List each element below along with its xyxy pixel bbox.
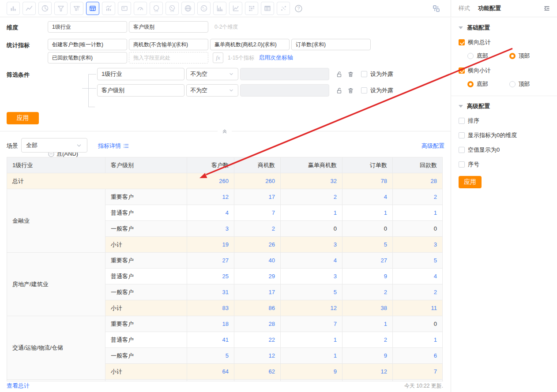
filter-value-input[interactable] [240, 84, 329, 97]
tool-card[interactable] [118, 2, 131, 15]
metric-value-cell[interactable]: 3 [281, 237, 342, 253]
tool-gauge[interactable] [134, 2, 147, 15]
fx-button[interactable]: fx [213, 52, 223, 63]
metric-detail-link[interactable]: 指标详情 [98, 142, 130, 150]
lock-button[interactable] [335, 70, 343, 78]
metric-value-cell[interactable]: 62 [234, 364, 281, 380]
measure-chip[interactable]: 赢单商机数(商机2.0)(求和) [210, 39, 290, 50]
metric-value-cell[interactable]: 5 [187, 348, 234, 364]
radio-顶部[interactable] [509, 81, 516, 87]
metric-value-cell[interactable]: 11 [393, 300, 443, 316]
panel-collapse-button[interactable] [543, 4, 551, 12]
横向总计-checkbox[interactable] [459, 39, 465, 45]
metric-value-cell[interactable]: 2 [393, 189, 443, 205]
metric-value-cell[interactable]: 4 [187, 205, 234, 221]
filter-field-input[interactable]: 客户级别 [97, 84, 184, 97]
metric-value-cell[interactable]: 40 [234, 253, 281, 269]
delete-condition-button[interactable] [346, 70, 355, 78]
swap-dimension-button[interactable] [431, 4, 441, 13]
metric-value-cell[interactable]: 1 [281, 332, 342, 348]
radio-顶部[interactable] [509, 53, 516, 59]
metric-value-cell[interactable]: 25 [187, 269, 234, 284]
tool-bar-axis[interactable] [213, 2, 226, 15]
drop-zone[interactable]: 拖入字段至此处 [129, 52, 208, 63]
filter-operator-select[interactable]: 不为空 [186, 68, 238, 80]
tool-line-chart[interactable] [23, 2, 36, 15]
tab-style[interactable]: 样式 [459, 4, 470, 12]
basic-config-section[interactable]: 基础配置 [459, 24, 551, 32]
metric-value-cell[interactable]: 5 [393, 253, 443, 269]
metric-value-cell[interactable]: 1 [342, 316, 393, 332]
radio-底部[interactable] [467, 81, 474, 87]
metric-value-cell[interactable]: 9 [281, 364, 342, 380]
apply-query-button[interactable]: 应用 [7, 112, 39, 124]
expose-checkbox[interactable] [361, 71, 367, 77]
measure-chip[interactable]: 创建客户数(唯一计数) [48, 39, 127, 50]
metric-value-cell[interactable]: 6 [393, 348, 443, 364]
measure-chip[interactable]: 订单数(求和) [291, 39, 371, 50]
measure-chip[interactable]: 已回款笔数(求和) [48, 52, 127, 63]
metric-value-cell[interactable]: 3 [281, 269, 342, 284]
help-button[interactable]: ? [294, 4, 303, 13]
metric-value-cell[interactable]: 2 [393, 284, 443, 300]
tool-map-world[interactable] [181, 2, 195, 15]
delete-condition-button[interactable] [346, 86, 355, 95]
tool-map-cn-bubble[interactable]: CN [166, 2, 179, 15]
tool-funnel[interactable] [54, 2, 68, 15]
metric-value-cell[interactable]: 17 [234, 284, 281, 300]
filter-value-input[interactable] [240, 68, 329, 80]
metric-value-cell[interactable]: 31 [187, 284, 234, 300]
tool-layout-table[interactable] [261, 2, 274, 15]
metric-value-cell[interactable]: 78 [342, 173, 393, 189]
tool-map-cn[interactable]: CN [150, 2, 163, 15]
measure-chip[interactable]: 商机数(不含输单)(求和) [129, 39, 208, 50]
metric-value-cell[interactable]: 7 [393, 364, 443, 380]
tool-line-axis[interactable] [229, 2, 242, 15]
metric-value-cell[interactable]: 38 [342, 300, 393, 316]
expose-checkbox[interactable] [361, 87, 367, 93]
metric-value-cell[interactable]: 9 [342, 348, 393, 364]
metric-value-cell[interactable]: 3 [187, 221, 234, 237]
metric-value-cell[interactable]: 12 [187, 189, 234, 205]
advanced-config-link[interactable]: 高级配置 [422, 142, 444, 150]
metric-value-cell[interactable]: 12 [281, 300, 342, 316]
metric-value-cell[interactable]: 28 [393, 173, 443, 189]
metric-value-cell[interactable]: 1 [342, 205, 393, 221]
metric-value-cell[interactable]: 7 [281, 316, 342, 332]
tool-funnel-multi[interactable] [70, 2, 83, 15]
metric-value-cell[interactable]: 2 [342, 284, 393, 300]
tool-map-bubble[interactable] [197, 2, 211, 15]
tool-combo-chart[interactable] [102, 2, 115, 15]
tool-scatter[interactable] [277, 2, 290, 15]
metric-value-cell[interactable]: 2 [281, 189, 342, 205]
metric-value-cell[interactable]: 12 [234, 348, 281, 364]
metric-value-cell[interactable]: 4 [342, 189, 393, 205]
metric-value-cell[interactable]: 260 [234, 173, 281, 189]
metric-value-cell[interactable]: 5 [281, 284, 342, 300]
metric-value-cell[interactable]: 1 [393, 205, 443, 221]
metric-value-cell[interactable]: 17 [234, 189, 281, 205]
metric-value-cell[interactable]: 9 [342, 269, 393, 284]
metric-value-cell[interactable]: 4 [281, 253, 342, 269]
tool-pie-chart[interactable] [38, 2, 52, 15]
metric-value-cell[interactable]: 1 [281, 348, 342, 364]
metric-value-cell[interactable]: 2 [234, 221, 281, 237]
filter-operator-select[interactable]: 不为空 [186, 84, 238, 97]
metric-value-cell[interactable]: 1 [281, 205, 342, 221]
collapse-query-button[interactable] [218, 127, 232, 134]
view-total-link[interactable]: 查看总计 [7, 382, 30, 390]
dimension-chip[interactable]: 客户级别 [129, 21, 208, 33]
横向小计-checkbox[interactable] [459, 67, 465, 74]
advanced-config-section[interactable]: 高级配置 [459, 102, 551, 110]
scene-select[interactable]: 全部 [21, 138, 87, 153]
tab-function-config[interactable]: 功能配置 [478, 4, 501, 12]
metric-value-cell[interactable]: 86 [234, 300, 281, 316]
tool-matrix[interactable] [245, 2, 258, 15]
metric-value-cell[interactable]: 27 [342, 253, 393, 269]
metric-value-cell[interactable]: 64 [187, 364, 234, 380]
apply-config-button[interactable]: 应用 [459, 176, 482, 188]
metric-value-cell[interactable]: 260 [187, 173, 234, 189]
metric-value-cell[interactable]: 2 [342, 332, 393, 348]
metric-value-cell[interactable]: 12 [342, 364, 393, 380]
显示指标为0的维度-checkbox[interactable] [459, 132, 465, 138]
